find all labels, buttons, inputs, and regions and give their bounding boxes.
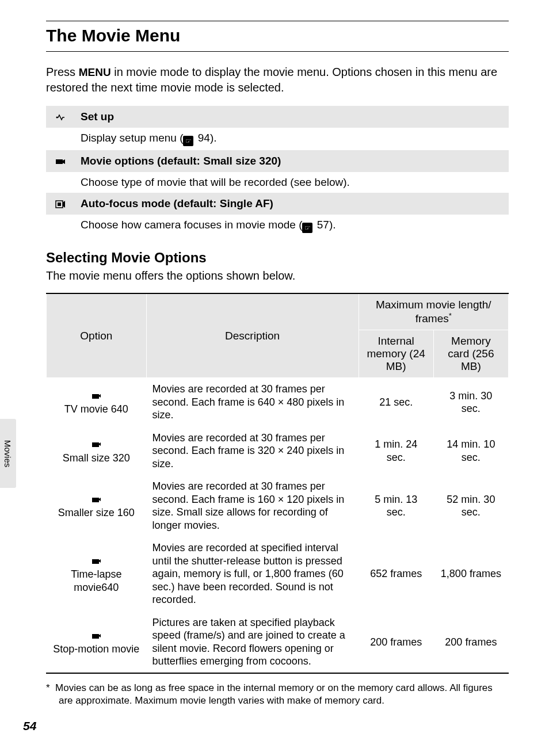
menu-icon: [46, 193, 75, 215]
internal-memory-value: 1 min. 24 sec.: [359, 426, 433, 475]
internal-memory-value: 200 frames: [359, 611, 433, 673]
manual-ref-icon: ☞: [183, 136, 193, 146]
menu-item-title: Set up: [75, 106, 509, 128]
movie-mode-icon: [90, 437, 102, 450]
memory-card-value: 1,800 frames: [433, 537, 508, 612]
col-maxlen-text: Maximum movie length/ frames: [376, 299, 491, 324]
sub-intro: The movie menu offers the options shown …: [46, 269, 509, 282]
svg-rect-7: [92, 559, 99, 564]
menu-icon: [46, 106, 75, 128]
menu-label: MENU: [79, 66, 111, 78]
movie-mode-icon: [90, 554, 102, 567]
svg-rect-6: [92, 498, 99, 502]
footnote-star: *: [46, 682, 50, 693]
memory-card-value: 3 min. 30 sec.: [433, 378, 508, 427]
col-description: Description: [146, 293, 359, 378]
col-internal: Internal memory (24 MB): [359, 330, 433, 378]
menu-item-desc: Display setup menu (☞ 94).: [75, 128, 509, 150]
movie-options-table: Option Description Maximum movie length/…: [46, 293, 509, 674]
movie-mode-icon: [90, 628, 102, 642]
option-description: Movies are recorded at 30 frames per sec…: [146, 426, 359, 475]
option-description: Pictures are taken at specified playback…: [146, 611, 359, 673]
svg-rect-5: [92, 442, 99, 447]
table-row: Small size 320: [47, 426, 147, 475]
movie-mode-icon: [90, 389, 102, 402]
menu-item-title: Movie options (default: Small size 320): [75, 150, 509, 172]
memory-card-value: 200 frames: [433, 611, 508, 673]
menu-item-desc: Choose how camera focuses in movie mode …: [75, 215, 509, 237]
section-tab: Movies: [0, 419, 16, 488]
menu-item-title: Auto-focus mode (default: Single AF): [75, 193, 509, 215]
option-description: Movies are recorded at specified interva…: [146, 537, 359, 612]
menu-item-desc: Choose type of movie that will be record…: [75, 172, 509, 193]
intro-text-after: in movie mode to display the movie menu.…: [46, 66, 497, 94]
col-option: Option: [47, 293, 147, 378]
intro-text-before: Press: [46, 66, 79, 78]
footnote: * Movies can be as long as free space in…: [46, 682, 509, 707]
manual-ref-icon: ☞: [302, 223, 312, 233]
subheading: Selecting Movie Options: [46, 250, 509, 266]
movie-mode-icon: [90, 492, 102, 506]
option-description: Movies are recorded at 30 frames per sec…: [146, 378, 359, 427]
memory-card-value: 52 min. 30 sec.: [433, 475, 508, 537]
title-bar: The Movie Menu: [46, 26, 509, 52]
table-row: Smaller size 160: [47, 475, 147, 537]
table-row: Time-lapse movie640: [47, 537, 147, 612]
internal-memory-value: 21 sec.: [359, 378, 433, 427]
col-card: Memory card (256 MB): [433, 330, 508, 378]
internal-memory-value: 5 min. 13 sec.: [359, 475, 433, 537]
menu-summary-table: Set upDisplay setup menu (☞ 94).Movie op…: [46, 106, 509, 237]
memory-card-value: 14 min. 10 sec.: [433, 426, 508, 475]
col-maxlen: Maximum movie length/ frames*: [359, 293, 508, 330]
option-description: Movies are recorded at 30 frames per sec…: [146, 475, 359, 537]
maxlen-star: *: [449, 311, 452, 320]
internal-memory-value: 652 frames: [359, 537, 433, 612]
svg-rect-3: [58, 203, 61, 206]
table-row: TV movie 640: [47, 378, 147, 427]
page-title: The Movie Menu: [46, 26, 180, 45]
menu-icon: [46, 150, 75, 172]
intro-paragraph: Press MENU in movie mode to display the …: [46, 64, 509, 96]
table-row: Stop-motion movie: [47, 611, 147, 673]
section-tab-label: Movies: [3, 440, 13, 467]
svg-point-0: [56, 116, 58, 118]
footnote-text: Movies can be as long as free space in t…: [55, 682, 493, 706]
svg-rect-1: [56, 159, 63, 164]
svg-rect-4: [92, 394, 99, 399]
svg-rect-8: [92, 634, 99, 639]
page-number: 54: [23, 719, 36, 733]
